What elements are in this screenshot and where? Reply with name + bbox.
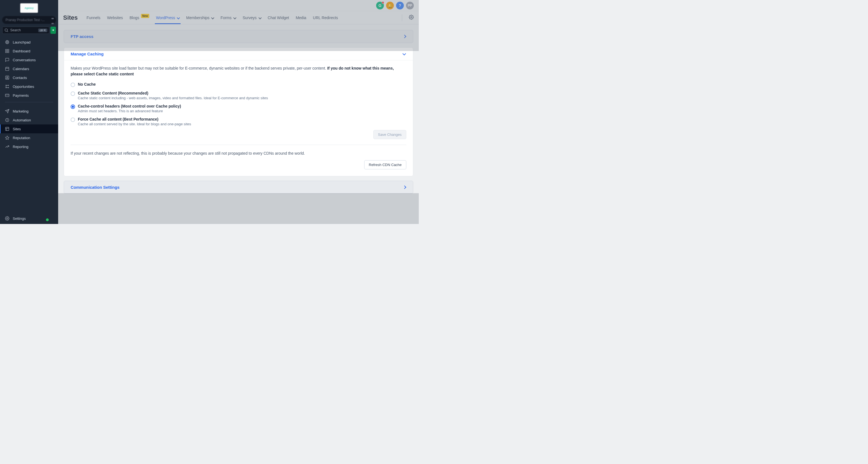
sidebar-item-settings[interactable]: Settings <box>5 214 53 223</box>
bell-icon: 🔔 <box>388 3 393 8</box>
manage-caching-header[interactable]: Manage Caching <box>64 48 413 60</box>
svg-point-16 <box>8 85 9 86</box>
svg-rect-7 <box>5 51 7 53</box>
radio-button[interactable] <box>71 105 75 109</box>
search-input[interactable]: Search ctrl K <box>2 27 49 34</box>
sidebar-item-label: Automation <box>13 118 31 122</box>
sidebar-item-label: Payments <box>13 93 29 97</box>
ftp-access-card[interactable]: FTP access <box>64 30 413 43</box>
sidebar-item-reporting[interactable]: Reporting <box>0 142 58 151</box>
tab-url-redirects[interactable]: URL Redirects <box>313 16 338 20</box>
calendar-icon <box>5 66 9 71</box>
tab-label: Blogs <box>130 16 139 20</box>
sidebar-item-label: Launchpad <box>13 40 30 45</box>
svg-point-18 <box>8 87 9 88</box>
sidebar-item-conversations[interactable]: Conversations <box>0 55 58 64</box>
radio-button[interactable] <box>71 91 75 96</box>
svg-rect-6 <box>7 49 9 51</box>
trend-icon <box>5 144 9 149</box>
chevron-down-icon <box>177 16 180 19</box>
search-shortcut: ctrl K <box>38 29 48 32</box>
sidebar-item-sites[interactable]: Sites <box>0 124 58 133</box>
tab-wordpress[interactable]: WordPress <box>156 16 180 20</box>
svg-point-15 <box>6 85 7 86</box>
sidebar-item-contacts[interactable]: Contacts <box>0 73 58 82</box>
communication-settings-title: Communication Settings <box>71 185 120 190</box>
ai-wand-button[interactable]: ✦ <box>51 27 56 34</box>
tab-memberships[interactable]: Memberships <box>186 16 214 20</box>
search-icon <box>4 28 8 32</box>
svg-rect-8 <box>7 51 9 53</box>
communication-settings-card[interactable]: Communication Settings <box>64 181 413 194</box>
tab-funnels[interactable]: Funnels <box>87 16 100 20</box>
chevron-down-icon <box>258 16 261 19</box>
whatsnew-button[interactable]: G <box>376 2 384 9</box>
sidebar-item-opportunities[interactable]: Opportunities <box>0 82 58 91</box>
svg-point-32 <box>411 16 412 18</box>
avatar[interactable]: PP <box>406 2 414 9</box>
cache-option-2[interactable]: Cache-control headers (Most control over… <box>71 104 406 113</box>
tab-websites[interactable]: Websites <box>107 16 123 20</box>
tab-label: Memberships <box>186 16 209 20</box>
sidebar-item-payments[interactable]: Payments <box>0 91 58 100</box>
gear-icon <box>5 216 9 221</box>
radio-button[interactable] <box>71 118 75 122</box>
sidebar-item-marketing[interactable]: Marketing <box>0 107 58 116</box>
cache-option-3[interactable]: Force Cache all content (Best Performanc… <box>71 117 406 126</box>
radio-sublabel: Cache all content served by the site. Id… <box>78 122 191 126</box>
sidebar-item-label: Conversations <box>13 58 36 62</box>
radio-button[interactable] <box>71 83 75 87</box>
manage-caching-title: Manage Caching <box>71 52 103 56</box>
presence-dot-icon <box>46 219 49 221</box>
notifications-button[interactable]: 🔔 <box>386 2 394 9</box>
sidebar-item-label: Calendars <box>13 67 29 71</box>
tab-blogs[interactable]: BlogsNew <box>130 16 150 20</box>
account-label: Pranay Production Test -... <box>5 18 44 22</box>
refresh-cdn-button[interactable]: Refresh CDN Cache <box>364 160 407 169</box>
settings-label: Settings <box>13 216 26 221</box>
tab-label: Media <box>296 16 306 20</box>
chevron-right-icon <box>402 35 406 38</box>
sidebar-item-label: Reputation <box>13 136 30 140</box>
content: FTP access Manage Caching Makes your Wor… <box>58 24 419 224</box>
svg-rect-5 <box>5 49 7 51</box>
sidebar-item-automation[interactable]: Automation <box>0 116 58 124</box>
sidebar: Agency Pranay Production Test -... Searc… <box>0 0 58 224</box>
tab-label: Funnels <box>87 16 100 20</box>
logo: Agency <box>20 3 38 13</box>
radio-label: Force Cache all content (Best Performanc… <box>78 117 191 121</box>
subnav: Sites FunnelsWebsitesBlogsNewWordPressMe… <box>58 11 419 24</box>
help-button[interactable]: ? <box>396 2 404 9</box>
help-icon: ? <box>399 3 401 8</box>
chevron-right-icon <box>402 185 406 189</box>
chevron-down-icon <box>233 16 236 19</box>
subnav-settings-button[interactable] <box>409 15 414 21</box>
radio-label: No Cache <box>78 82 96 86</box>
contact-icon <box>5 76 9 80</box>
tab-label: Chat Widget <box>268 16 289 20</box>
tab-forms[interactable]: Forms <box>220 16 236 20</box>
chevron-down-icon <box>211 16 214 19</box>
tab-surveys[interactable]: Surveys <box>243 16 261 20</box>
svg-rect-9 <box>5 67 9 71</box>
save-changes-button[interactable]: Save Changes <box>373 130 406 139</box>
svg-point-31 <box>7 218 8 219</box>
cache-option-0[interactable]: No Cache <box>71 82 406 87</box>
sidebar-item-reputation[interactable]: Reputation <box>0 133 58 142</box>
sidebar-item-launchpad[interactable]: Launchpad <box>0 38 58 47</box>
radio-label: Cache Static Content (Recommended) <box>78 91 268 95</box>
account-selector[interactable]: Pranay Production Test -... <box>2 16 56 24</box>
chat-icon <box>5 58 9 62</box>
tab-label: Forms <box>220 16 231 20</box>
tab-media[interactable]: Media <box>296 16 306 20</box>
caching-description: Makes your WordPress site load faster bu… <box>71 65 406 77</box>
payments-icon <box>5 93 9 97</box>
tab-chat-widget[interactable]: Chat Widget <box>268 16 289 20</box>
grid-icon <box>5 49 9 53</box>
sidebar-item-dashboard[interactable]: Dashboard <box>0 47 58 55</box>
sidebar-item-calendars[interactable]: Calendars <box>0 64 58 73</box>
cache-option-1[interactable]: Cache Static Content (Recommended)Cache … <box>71 91 406 100</box>
svg-point-0 <box>5 29 7 31</box>
tab-label: URL Redirects <box>313 16 338 20</box>
svg-rect-27 <box>5 127 9 130</box>
